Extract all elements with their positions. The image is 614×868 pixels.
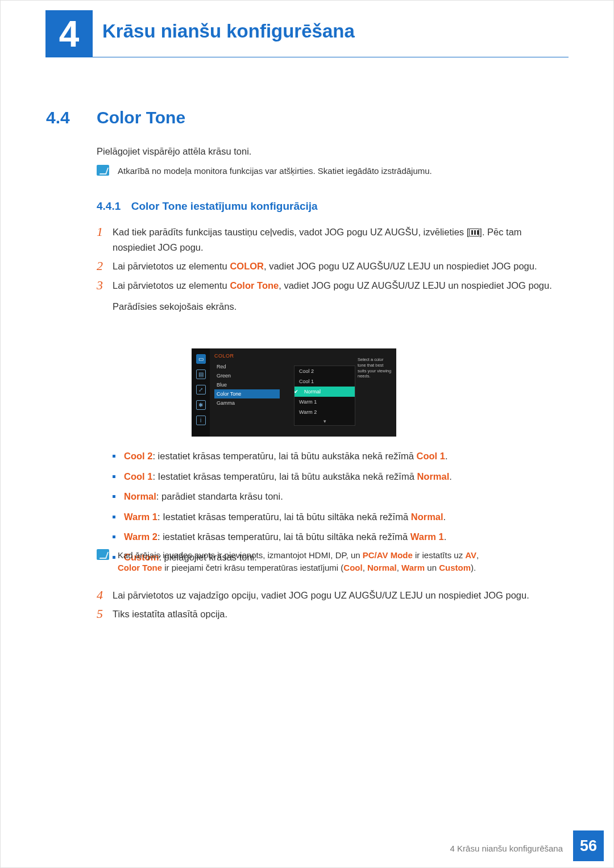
bullet-warm2-ref: Warm 1 xyxy=(410,531,444,542)
step-number-5: 5 xyxy=(97,607,113,622)
note-av-mode: Kad ārējais ievades avots ir pievienots,… xyxy=(97,549,563,574)
step-3-text-c: Parādīsies sekojošais ekrāns. xyxy=(113,301,237,312)
footer-page-number: 56 xyxy=(573,830,604,861)
step-number-3: 3 xyxy=(97,278,113,314)
bullet-warm1-dot: . xyxy=(443,512,446,522)
osd-submenu: Cool 2 Cool 1 Normal Warm 1 Warm 2 ▾ xyxy=(294,366,355,426)
osd-sidebar-pip-icon: ▤ xyxy=(196,369,206,379)
note2-custom: Custom xyxy=(439,563,471,572)
note2-c2: , xyxy=(397,563,401,572)
note2-l1c: , xyxy=(476,550,479,560)
chapter-divider xyxy=(45,57,569,57)
step-3-body: Lai pārvietotos uz elementu Color Tone, … xyxy=(113,278,552,314)
step-2-text-b: , vadiet JOG pogu UZ AUGŠU/UZ LEJU un no… xyxy=(264,261,537,271)
osd-sub-cool2: Cool 2 xyxy=(294,366,355,376)
steps-list-2: 4 Lai pārvietotos uz vajadzīgo opciju, v… xyxy=(97,588,563,625)
step-2-text-a: Lai pārvietotos uz elementu xyxy=(113,261,230,271)
bullet-warm1: Warm 1: Iestatiet krāsas temperatūru, la… xyxy=(113,510,562,525)
bullet-cool1: Cool 1: Iestatiet krāsas temperatūru, la… xyxy=(113,470,562,484)
note-model-differences: Atkarībā no modeļa monitora funkcijas va… xyxy=(97,165,563,177)
note2-ct: Color Tone xyxy=(118,563,162,572)
note2-pcav: PC/AV Mode xyxy=(363,550,413,560)
osd-screenshot: ▭ ▤ ⤢ ✱ i COLOR Red Green Blue Color Ton… xyxy=(192,348,396,437)
osd-sidebar: ▭ ▤ ⤢ ✱ i xyxy=(192,348,210,437)
osd-sidebar-picture-icon: ▭ xyxy=(196,354,206,364)
step-2-color: COLOR xyxy=(230,261,264,271)
chapter-title: Krāsu nianšu konfigurēšana xyxy=(102,20,355,42)
osd-menu: COLOR Red Green Blue Color Tone Gamma xyxy=(214,353,280,408)
osd-sidebar-settings-icon: ✱ xyxy=(196,400,206,410)
bullet-warm2-text: : iestatiet krāsas temperatūru, lai tā b… xyxy=(157,531,410,542)
osd-sub-warm1: Warm 1 xyxy=(294,397,355,407)
bullet-warm1-label: Warm 1 xyxy=(124,512,157,522)
bullet-warm2: Warm 2: iestatiet krāsas temperatūru, la… xyxy=(113,530,562,545)
note-icon xyxy=(97,549,109,560)
note2-l2b: ). xyxy=(471,563,476,572)
note-icon xyxy=(97,165,109,176)
step-3-text-b: , vadiet JOG pogu UZ AUGŠU/UZ LEJU un no… xyxy=(279,280,552,290)
step-number-2: 2 xyxy=(97,259,113,274)
note2-normal: Normal xyxy=(367,563,397,572)
bullet-normal-text: : parādiet standarta krāsu toni. xyxy=(156,491,283,501)
osd-menu-item-green: Green xyxy=(214,371,280,380)
bullet-warm1-text: : Iestatiet krāsas temperatūru, lai tā b… xyxy=(157,512,411,522)
step-1-body: Kad tiek parādīts funkcijas taustiņu ceļ… xyxy=(113,225,563,255)
bullet-cool2-dot: . xyxy=(445,451,448,461)
osd-menu-item-blue: Blue xyxy=(214,380,280,389)
note2-l1a: Kad ārējais ievades avots ir pievienots,… xyxy=(118,550,363,560)
steps-list: 1 Kad tiek parādīts funkcijas taustiņu c… xyxy=(97,225,563,318)
osd-sub-normal-label: Normal xyxy=(304,389,321,394)
osd-sidebar-info-icon: i xyxy=(196,416,206,425)
subsection-title: Color Tone iestatījumu konfigurācija xyxy=(131,200,318,212)
note-av-text: Kad ārējais ievades avots ir pievienots,… xyxy=(118,549,479,574)
osd-help-text: Select a color tone that best suits your… xyxy=(358,357,392,379)
step-3-text-a: Lai pārvietotos uz elementu xyxy=(113,280,230,290)
bullet-cool2: Cool 2: iestatiet krāsas temperatūru, la… xyxy=(113,449,562,464)
section-number: 4.4 xyxy=(46,108,70,127)
note2-warm: Warm xyxy=(401,563,425,572)
step-1-text-a: Kad tiek parādīts funkcijas taustiņu ceļ… xyxy=(113,227,469,237)
osd-sub-normal: Normal xyxy=(294,387,355,397)
osd-sidebar-resize-icon: ⤢ xyxy=(196,385,206,394)
osd-menu-item-color-tone: Color Tone xyxy=(214,389,280,398)
osd-menu-item-gamma: Gamma xyxy=(214,398,280,408)
footer-chapter-text: 4 Krāsu nianšu konfigurēšana xyxy=(450,844,563,853)
bullet-cool2-label: Cool 2 xyxy=(124,451,152,461)
note2-un: un xyxy=(425,563,439,572)
menu-icon xyxy=(469,229,479,236)
bullet-cool1-dot: . xyxy=(449,471,452,481)
step-2-body: Lai pārvietotos uz elementu COLOR, vadie… xyxy=(113,259,537,274)
osd-sub-warm2: Warm 2 xyxy=(294,407,355,417)
step-4-body: Lai pārvietotos uz vajadzīgo opciju, vad… xyxy=(113,588,529,603)
step-3-color-tone: Color Tone xyxy=(230,280,279,290)
section-intro: Pielāgojiet vispārējo attēla krāsu toni. xyxy=(97,146,251,157)
step-number-1: 1 xyxy=(97,225,113,255)
note2-l1b: ir iestatīts uz xyxy=(413,550,466,560)
osd-menu-item-red: Red xyxy=(214,362,280,371)
note2-c1: , xyxy=(363,563,367,572)
osd-sub-arrow-down-icon: ▾ xyxy=(294,417,355,425)
step-number-4: 4 xyxy=(97,588,113,603)
note2-l2a: ir pieejami četri krāsu temperatūras ies… xyxy=(162,563,343,572)
bullet-cool2-ref: Cool 1 xyxy=(416,451,445,461)
osd-menu-title: COLOR xyxy=(214,353,280,359)
bullet-cool1-ref: Normal xyxy=(417,471,449,481)
bullet-cool2-text: : iestatiet krāsas temperatūru, lai tā b… xyxy=(152,451,416,461)
note2-av: AV xyxy=(465,550,476,560)
subsection-heading: 4.4.1 Color Tone iestatījumu konfigurāci… xyxy=(97,200,318,213)
bullet-warm2-label: Warm 2 xyxy=(124,531,157,542)
section-title: Color Tone xyxy=(97,108,185,127)
bullet-normal: Normal: parādiet standarta krāsu toni. xyxy=(113,489,562,504)
note-text: Atkarībā no modeļa monitora funkcijas va… xyxy=(118,165,432,177)
bullet-normal-label: Normal xyxy=(124,491,156,501)
bullet-cool1-text: : Iestatiet krāsas temperatūru, lai tā b… xyxy=(152,471,417,481)
bullet-cool1-label: Cool 1 xyxy=(124,471,152,481)
bullet-warm1-ref: Normal xyxy=(411,512,443,522)
bullet-warm2-dot: . xyxy=(444,531,447,542)
osd-sub-cool1: Cool 1 xyxy=(294,376,355,387)
step-5-body: Tiks iestatīta atlasītā opcija. xyxy=(113,607,227,622)
chapter-number-box: 4 xyxy=(45,10,93,57)
note2-cool: Cool xyxy=(343,563,362,572)
subsection-number: 4.4.1 xyxy=(97,200,121,212)
